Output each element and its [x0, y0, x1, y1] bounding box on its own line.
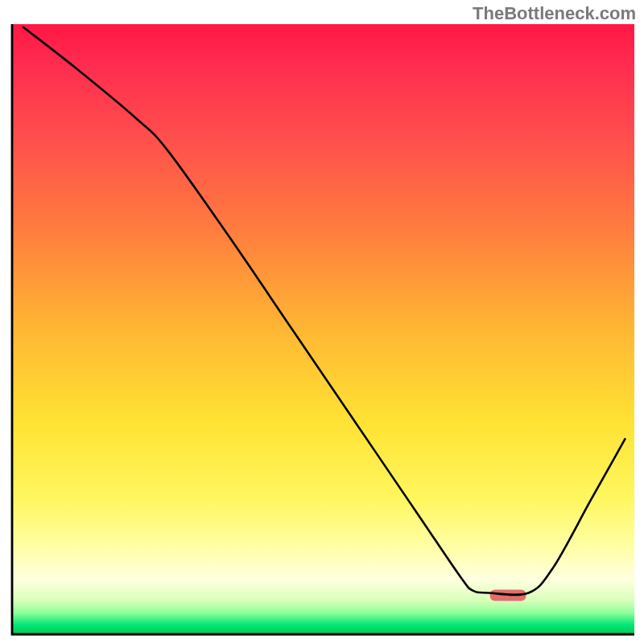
plot-area [12, 24, 634, 634]
bottleneck-chart [0, 0, 644, 644]
chart-container: TheBottleneck.com [0, 0, 644, 644]
